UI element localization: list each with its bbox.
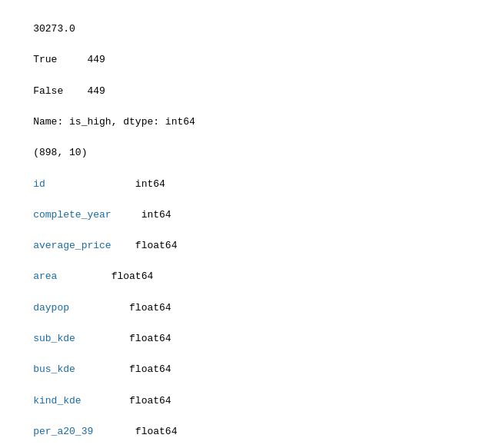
line-true-count: True 449 (33, 54, 105, 65)
col-complete-year: complete_year (33, 207, 141, 223)
line-name-dtype: Name: is_high, dtype: int64 (33, 116, 195, 128)
output-block: 30273.0 True 449 False 449 Name: is_high… (9, 6, 487, 448)
col-daypop: daypop (33, 300, 129, 316)
col-per-a20-39: per_a20_39 (33, 424, 135, 440)
line-false-count: False 449 (33, 85, 105, 97)
line-value: 30273.0 (33, 23, 75, 35)
line-shape: (898, 10) (33, 147, 87, 158)
col-average-price: average_price (33, 238, 135, 254)
col-sub-kde: sub_kde (33, 331, 129, 347)
col-kind-kde: kind_kde (33, 393, 129, 409)
col-id: id (33, 177, 135, 192)
col-area: area (33, 269, 111, 284)
output-container: 30273.0 True 449 False 449 Name: is_high… (9, 6, 487, 448)
col-bus-kde: bus_kde (33, 362, 129, 377)
